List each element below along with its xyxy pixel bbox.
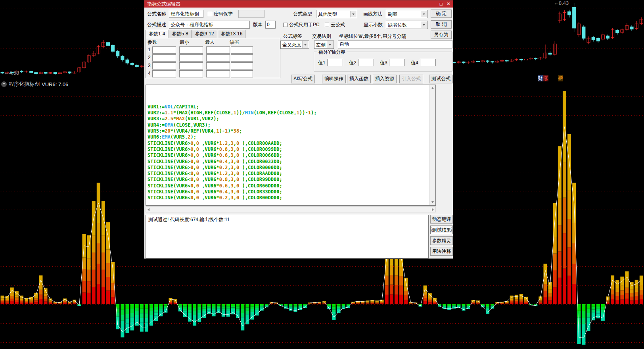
formula-tag-label: 公式标签 <box>283 32 302 40</box>
action-button-编辑操作[interactable]: 编辑操作 <box>322 75 346 83</box>
cancel-button[interactable]: 取 消 <box>431 20 452 29</box>
code-line: VUR4:=DMA(CLOSE,VUR3); <box>148 122 429 128</box>
board-badge[interactable]: 涨 <box>543 75 548 81</box>
dialog-title: 指标公式编辑器 <box>147 1 180 7</box>
param-input-r1c3[interactable] <box>206 46 230 54</box>
vertical-scrollbar[interactable] <box>429 85 435 205</box>
formula-name-input[interactable]: 程序化指标创 <box>169 10 203 18</box>
side-button-测试结果[interactable]: 测试结果 <box>430 226 453 234</box>
extra-y-input-3[interactable] <box>389 59 405 66</box>
board-badge[interactable]: 财 <box>538 75 543 81</box>
extra-y-label: 值4 <box>411 59 418 67</box>
param-input-r4c4[interactable] <box>231 70 253 77</box>
side-button-动态翻译[interactable]: 动态翻译 <box>430 215 453 224</box>
param-row-label: 4 <box>148 71 152 76</box>
maximize-icon[interactable]: □ <box>440 0 443 8</box>
extra-y-input-1[interactable] <box>327 59 343 66</box>
formula-tag-select[interactable]: 金叉死叉 <box>280 40 309 49</box>
formula-code-editor[interactable]: VUR1:=VOL/CAPITAL;VUR2:=1.1*(MAX(HIGH,RE… <box>146 85 436 206</box>
param-input-r2c2[interactable] <box>179 54 203 62</box>
board-badge[interactable]: 榜 <box>558 75 563 81</box>
param-input-r3c1[interactable] <box>152 62 176 69</box>
indicator-label-row: 程序化指标创 VUR6: 7.06 <box>1 81 68 88</box>
param-row-label: 2 <box>148 55 152 60</box>
code-line: STICKLINE(VUR6>0,0 ,VUR6*0.8,3,0 ),COLOR… <box>148 147 429 152</box>
formula-desc-label: 公式描述 <box>147 21 166 29</box>
trade-rule-label: 交易法则 <box>312 32 331 40</box>
scroll-left-icon[interactable] <box>148 208 150 211</box>
extra-y-input-4[interactable] <box>420 59 436 66</box>
action-button-插入函数[interactable]: 插入函数 <box>347 75 371 83</box>
formula-type-select[interactable]: 其他类型 <box>316 10 357 18</box>
ok-button[interactable]: 确 定 <box>431 10 452 18</box>
checkbox-icon[interactable] <box>325 23 329 27</box>
param-input-r1c4[interactable] <box>231 46 253 54</box>
extra-y-label: 值3 <box>380 59 387 67</box>
param-input-r1c2[interactable] <box>179 46 203 54</box>
coordinate-line-input[interactable]: 自动 <box>338 40 452 48</box>
code-line: STICKLINE(VUR6>0,0 ,VUR6*1.2,3,0 ),COLOR… <box>148 141 429 147</box>
formula-desc-input[interactable]: 公众号：程序化指标 <box>169 21 250 29</box>
save-as-button[interactable]: 另存为 <box>431 31 452 39</box>
param-input-r2c1[interactable] <box>152 54 176 62</box>
param-col-header: 最大 <box>205 39 215 45</box>
extra-y-label: 值1 <box>318 59 326 67</box>
side-button-参数精灵[interactable]: 参数精灵 <box>430 236 453 245</box>
code-line: STICKLINE(VUR6<0,0 ,VUR6*0.6,3,0 ),COLOR… <box>148 183 429 189</box>
tab-参数13-16[interactable]: 参数13-16 <box>218 30 246 38</box>
action-button-插入资源[interactable]: 插入资源 <box>373 75 397 83</box>
tab-参数5-8[interactable]: 参数5-8 <box>169 30 191 38</box>
scroll-down-icon[interactable] <box>431 201 434 203</box>
action-button-测试公式[interactable]: 测试公式 <box>429 75 453 83</box>
param-input-r3c4[interactable] <box>231 62 253 69</box>
horizontal-scrollbar[interactable] <box>146 206 436 212</box>
trade-rule-select[interactable]: 左侧 <box>314 40 334 49</box>
code-line: VUR1:=VOL/CAPITAL; <box>148 104 429 110</box>
version-input[interactable]: 0 <box>265 21 276 29</box>
action-button-AI写公式[interactable]: AI写公式 <box>291 75 315 83</box>
action-button-引入公式: 引入公式 <box>399 75 423 83</box>
chevron-down-icon[interactable] <box>421 11 427 17</box>
trading-app-screen: ←4.58 ←8.43 财涨榜 程序化指标创 VUR6: 7.06 指标公式编辑… <box>0 0 644 349</box>
param-row-label: 1 <box>148 47 152 52</box>
extra-y-legend: 额外Y轴分界 <box>317 49 347 56</box>
param-input-r3c3[interactable] <box>206 62 230 69</box>
tab-参数9-12[interactable]: 参数9-12 <box>192 30 217 38</box>
param-input-r4c1[interactable] <box>152 70 176 77</box>
close-icon[interactable]: ✕ <box>447 0 450 8</box>
password-input-disabled <box>238 10 264 18</box>
chevron-down-icon[interactable] <box>327 41 333 48</box>
scroll-up-icon[interactable] <box>431 87 434 89</box>
code-line: STICKLINE(VUR6>0,0 ,VUR6*0.4,3,0 ),COLOR… <box>148 159 429 165</box>
checkbox-icon[interactable] <box>208 12 212 16</box>
decimals-select[interactable]: 缺省位数 <box>386 21 428 29</box>
draw-method-select[interactable]: 副图 <box>386 10 428 18</box>
param-col-header: 参数 <box>148 39 157 45</box>
collapse-chevron-icon[interactable] <box>1 81 7 87</box>
dialog-titlebar[interactable]: 指标公式编辑器 □ ✕ <box>144 0 453 8</box>
param-input-r4c2[interactable] <box>179 70 203 77</box>
param-input-r3c2[interactable] <box>179 62 203 69</box>
code-line: STICKLINE(VUR6>0,0 ,VUR6*0.6,3,0 ),COLOR… <box>148 152 429 158</box>
param-input-r1c1[interactable] <box>152 46 176 54</box>
chevron-down-icon[interactable] <box>350 11 356 17</box>
extra-y-input-2[interactable] <box>358 59 374 66</box>
draw-method-label: 画线方法 <box>363 10 382 18</box>
scroll-right-icon[interactable] <box>432 208 434 211</box>
tab-参数1-4[interactable]: 参数1-4 <box>146 30 168 39</box>
param-input-r4c3[interactable] <box>206 70 230 77</box>
password-protect-checkbox[interactable]: 密码保护 <box>208 10 233 18</box>
param-col-header: 缺省 <box>230 39 239 45</box>
checkbox-icon[interactable] <box>283 23 288 27</box>
pc-only-checkbox[interactable]: 公式只用于PC <box>283 21 320 29</box>
formula-editor-dialog: 指标公式编辑器 □ ✕ 公式名称 程序化指标创 密码保护 公式类型 其他类型 画… <box>144 0 453 259</box>
param-input-r2c3[interactable] <box>206 54 230 62</box>
chevron-down-icon[interactable] <box>421 21 427 28</box>
decimals-label: 显示小数 <box>364 21 383 29</box>
param-input-r2c4[interactable] <box>231 54 253 62</box>
cloud-formula-checkbox[interactable]: 云公式 <box>325 21 345 29</box>
code-line: STICKLINE(VUR6>0,0 ,VUR6*0.2,3,0 ),COLOR… <box>148 165 429 171</box>
side-button-用法注释[interactable]: 用法注释 <box>430 247 453 256</box>
chevron-down-icon[interactable] <box>302 41 309 48</box>
param-row-label: 3 <box>148 63 152 68</box>
